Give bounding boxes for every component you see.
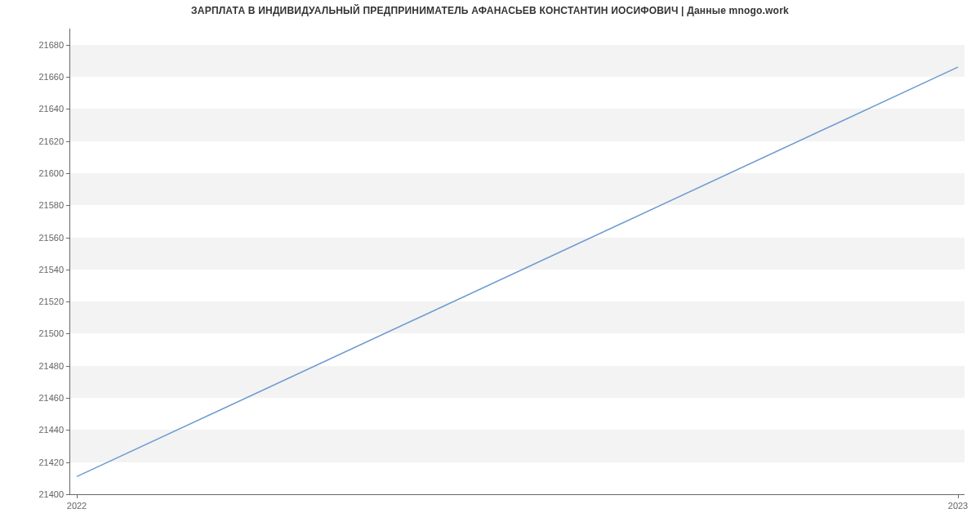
y-tick-label: 21500 bbox=[38, 328, 64, 338]
y-tick-label: 21400 bbox=[38, 489, 64, 499]
y-tick-label: 21560 bbox=[38, 233, 64, 243]
y-tick-label: 21620 bbox=[38, 136, 64, 146]
y-tick-label: 21420 bbox=[38, 457, 64, 467]
y-tick-mark bbox=[66, 494, 70, 495]
y-tick-label: 21680 bbox=[38, 40, 64, 50]
y-tick-label: 21640 bbox=[38, 104, 64, 114]
x-tick-label: 2023 bbox=[948, 501, 968, 511]
y-tick-label: 21460 bbox=[38, 393, 64, 403]
plot-area: 2140021420214402146021480215002152021540… bbox=[69, 29, 964, 495]
x-tick-mark bbox=[958, 494, 959, 498]
y-tick-label: 21440 bbox=[38, 425, 64, 435]
x-tick-mark bbox=[77, 494, 78, 498]
y-tick-label: 21580 bbox=[38, 200, 64, 210]
x-tick-label: 2022 bbox=[67, 501, 87, 511]
y-tick-label: 21540 bbox=[38, 265, 64, 274]
y-tick-label: 21480 bbox=[38, 361, 64, 371]
series-line bbox=[77, 67, 958, 476]
y-tick-label: 21600 bbox=[38, 168, 64, 178]
line-series bbox=[70, 29, 964, 494]
y-tick-label: 21660 bbox=[38, 72, 64, 82]
y-tick-label: 21520 bbox=[38, 297, 64, 306]
chart-title: ЗАРПЛАТА В ИНДИВИДУАЛЬНЫЙ ПРЕДПРИНИМАТЕЛ… bbox=[0, 5, 980, 16]
chart-container: ЗАРПЛАТА В ИНДИВИДУАЛЬНЫЙ ПРЕДПРИНИМАТЕЛ… bbox=[0, 0, 980, 531]
